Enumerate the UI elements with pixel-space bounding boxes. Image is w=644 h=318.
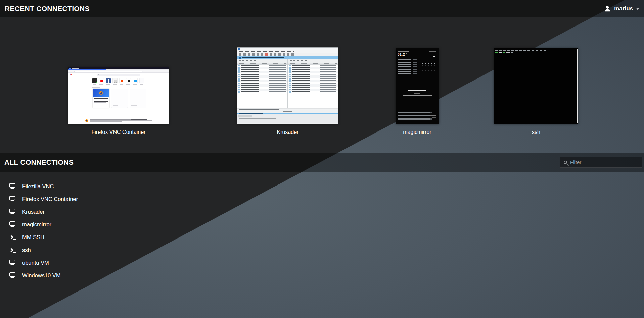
- site-tile: [126, 78, 131, 83]
- firefox-logo-small: [85, 119, 88, 122]
- mm-compliment-text: [408, 90, 426, 91]
- user-menu[interactable]: marius: [604, 5, 639, 12]
- pocket-label: [92, 87, 100, 88]
- terminal-prompt-segment: [506, 52, 510, 53]
- connection-label: ssh: [532, 129, 540, 135]
- connection-name: magicmirror: [22, 221, 51, 228]
- thumb-cards-row: [93, 89, 146, 108]
- footer-text-lines: [90, 119, 152, 122]
- connection-name: Filezilla VNC: [22, 183, 54, 190]
- site-tile: [119, 78, 124, 83]
- terminal-prompt-segment: [499, 52, 502, 53]
- thumb-toolbar: [237, 53, 338, 56]
- monitor-icon: [9, 272, 16, 279]
- site-tile: [139, 78, 144, 83]
- site-tile: [112, 78, 118, 83]
- connection-name: ubuntu VM: [22, 260, 49, 266]
- search-icon: [564, 161, 567, 164]
- chevron-down-icon: [636, 8, 639, 12]
- monitor-icon: [9, 209, 16, 215]
- thumb-toolbar: [68, 70, 169, 73]
- terminal-prompt-segment: [495, 52, 498, 53]
- connection-name: Krusader: [22, 209, 45, 215]
- terminal-prompt-segment: [511, 52, 513, 53]
- mm-subtext: [414, 93, 420, 94]
- user-icon: [604, 5, 611, 12]
- connection-name: ssh: [22, 247, 31, 253]
- connection-list: Filezilla VNC Firefox VNC Container Krus…: [0, 180, 91, 282]
- card-image: [93, 89, 109, 97]
- connection-thumbnail: 01:2 ☂: [396, 48, 439, 124]
- thumb-search-pill: [97, 74, 140, 76]
- thumb-topsites-row: [92, 78, 145, 83]
- connection-thumbnail: [68, 67, 169, 124]
- connection-label: magicmirror: [403, 129, 431, 135]
- connection-thumbnail: [494, 48, 578, 124]
- all-connections-bar: ALL CONNECTIONS: [0, 153, 644, 172]
- terminal-prompt-segment: [503, 52, 505, 53]
- thumb-statusbar: [237, 108, 338, 110]
- mm-bottomright-line: [432, 117, 436, 118]
- connection-item-krusader[interactable]: Krusader: [0, 205, 58, 218]
- section-title: ALL CONNECTIONS: [4, 158, 74, 166]
- top-header-bar: RECENT CONNECTIONS marius: [0, 0, 644, 17]
- recent-connection-krusader[interactable]: Krusader: [237, 48, 338, 135]
- monitor-icon: [9, 183, 16, 190]
- mm-news-block: [398, 111, 432, 121]
- page-title: RECENT CONNECTIONS: [5, 5, 90, 13]
- thumb-urlbar: [74, 71, 143, 72]
- connection-item-ssh[interactable]: ssh: [0, 244, 44, 256]
- site-tile: [106, 78, 111, 83]
- mm-bottomright-line: [430, 115, 436, 116]
- mm-subtext: [403, 95, 432, 96]
- mm-weather-line: [424, 60, 436, 60]
- thumb-footer: [68, 118, 169, 124]
- mm-date-line: [398, 51, 409, 52]
- terminal-icon: [9, 234, 16, 241]
- monitor-icon: [9, 196, 16, 202]
- mm-clock: 01:2: [398, 53, 405, 56]
- card-text: [94, 98, 108, 102]
- terminal-icon: [9, 247, 16, 253]
- connection-item-firefox-vnc-container[interactable]: Firefox VNC Container: [0, 193, 91, 205]
- thumb-bottom-bar: [237, 114, 338, 123]
- connection-item-windows10-vm[interactable]: Windows10 VM: [0, 269, 74, 282]
- connection-item-mm-ssh[interactable]: MM SSH: [0, 231, 58, 244]
- recent-connections-section: Firefox VNC Container Krusader: [0, 17, 644, 153]
- site-tile: [133, 78, 138, 83]
- site-captions: [93, 84, 145, 85]
- thumb-titlebar: [237, 48, 338, 50]
- connection-item-magicmirror[interactable]: magicmirror: [0, 218, 65, 231]
- filter-box[interactable]: [560, 157, 642, 168]
- recent-connection-firefox-vnc-container[interactable]: Firefox VNC Container: [68, 67, 169, 135]
- mm-topright-line: [429, 51, 436, 52]
- connection-item-ubuntu-vm[interactable]: ubuntu VM: [0, 256, 62, 269]
- thumb-titlebar: [68, 67, 169, 69]
- mm-calendar-grid: [421, 62, 436, 72]
- monitor-icon: [9, 260, 16, 266]
- firefox-logo-small: [70, 74, 72, 75]
- mm-weather-icon: ☂: [433, 56, 435, 59]
- pocket-card: [93, 89, 109, 108]
- site-tile: [92, 78, 97, 83]
- connection-item-filezilla-vnc[interactable]: Filezilla VNC: [0, 180, 67, 193]
- user-name: marius: [614, 5, 633, 12]
- connection-thumbnail: [237, 48, 338, 124]
- recent-connection-ssh[interactable]: ssh: [494, 48, 578, 135]
- mm-events-list: [398, 59, 417, 76]
- thumb-user-row: [237, 110, 338, 113]
- site-tile: [99, 78, 104, 83]
- pocket-card-empty: [111, 89, 128, 108]
- connection-name: Firefox VNC Container: [22, 196, 78, 202]
- pocket-card-empty: [130, 89, 146, 108]
- thumb-pathbar: [237, 56, 338, 59]
- recent-connection-magicmirror[interactable]: 01:2 ☂ magicmirror: [396, 48, 439, 135]
- pane-divider: [287, 59, 288, 109]
- connection-label: Firefox VNC Container: [92, 129, 146, 135]
- terminal-text-line: [495, 50, 546, 51]
- filter-input[interactable]: [570, 159, 639, 165]
- monitor-icon: [9, 221, 16, 228]
- terminal-scrollbar: [577, 49, 578, 123]
- connection-label: Krusader: [277, 129, 299, 135]
- connection-name: Windows10 VM: [22, 272, 61, 279]
